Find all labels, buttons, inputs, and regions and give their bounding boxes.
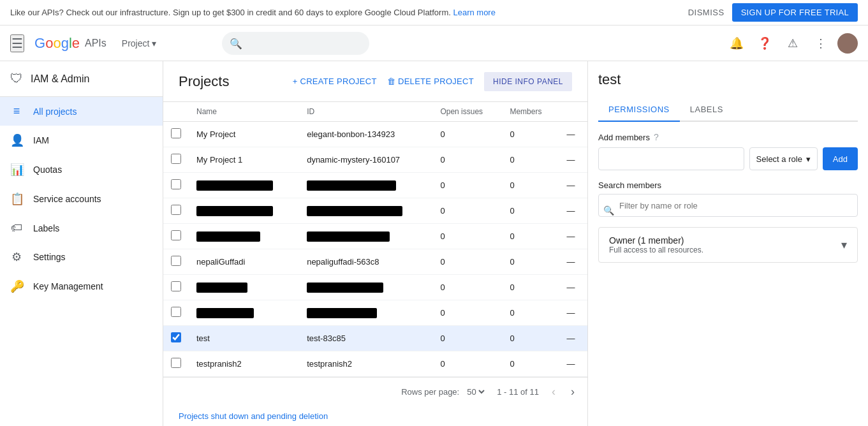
owner-section[interactable]: Owner (1 member) Full access to all reso… bbox=[598, 227, 858, 263]
table-row: test test-83c85 0 0 — bbox=[163, 326, 587, 351]
row-checkbox[interactable] bbox=[171, 332, 181, 342]
row-id bbox=[299, 198, 432, 224]
sidebar-item-labels[interactable]: 🏷 Labels bbox=[0, 214, 163, 242]
info-panel-title: test bbox=[598, 71, 858, 88]
select-role-button[interactable]: Select a role ▾ bbox=[749, 147, 818, 170]
projects-header: Projects + CREATE PROJECT 🗑 DELETE PROJE… bbox=[163, 61, 587, 102]
pagination: Rows per page: 50 25 10 1 - 11 of 11 ‹ › bbox=[163, 377, 587, 406]
col-name: Name bbox=[189, 102, 299, 122]
add-member-button[interactable]: Add bbox=[823, 147, 858, 170]
main-layout: 🛡 IAM & Admin ≡ All projects 👤 IAM 📊 Quo… bbox=[0, 61, 868, 426]
owner-info: Owner (1 member) Full access to all reso… bbox=[609, 235, 703, 254]
menu-button[interactable]: ☰ bbox=[10, 34, 24, 52]
search-members-container: 🔍 bbox=[598, 194, 858, 227]
select-role-label: Select a role bbox=[756, 154, 802, 164]
row-checkbox[interactable] bbox=[171, 154, 181, 164]
table-row: 0 0 — bbox=[163, 198, 587, 224]
sidebar-item-service-accounts[interactable]: 📋 Service accounts bbox=[0, 184, 163, 214]
prev-page-button[interactable]: ‹ bbox=[549, 383, 558, 401]
row-checkbox[interactable] bbox=[171, 128, 181, 138]
members-input[interactable] bbox=[598, 147, 744, 170]
col-checkbox bbox=[163, 102, 189, 122]
search-members-input[interactable] bbox=[598, 194, 858, 217]
create-project-button[interactable]: + CREATE PROJECT bbox=[293, 71, 377, 91]
logo: Google APIs bbox=[34, 35, 107, 52]
avatar[interactable] bbox=[837, 33, 858, 54]
row-name bbox=[189, 224, 299, 249]
tab-permissions[interactable]: PERMISSIONS bbox=[598, 98, 680, 122]
row-issues: 0 bbox=[432, 147, 502, 173]
table-row: testpranish2 testpranish2 0 0 — bbox=[163, 351, 587, 377]
notifications-icon[interactable]: 🔔 bbox=[725, 32, 748, 55]
row-checkbox[interactable] bbox=[171, 358, 181, 368]
sidebar-item-label: All projects bbox=[33, 106, 77, 117]
row-id bbox=[299, 300, 432, 326]
row-checkbox[interactable] bbox=[171, 205, 181, 215]
projects-title: Projects bbox=[179, 73, 283, 90]
row-extra: — bbox=[559, 351, 587, 377]
next-page-button[interactable]: › bbox=[568, 383, 577, 401]
row-members: 0 bbox=[502, 275, 559, 300]
iam-icon: 👤 bbox=[10, 133, 23, 147]
table-row: 0 0 — bbox=[163, 173, 587, 198]
sidebar-item-key-management[interactable]: 🔑 Key Management bbox=[0, 272, 163, 301]
row-members: 0 bbox=[502, 326, 559, 351]
alert-icon[interactable]: ⚠ bbox=[781, 32, 804, 55]
info-panel-tabs: PERMISSIONS LABELS bbox=[598, 98, 858, 122]
row-issues: 0 bbox=[432, 300, 502, 326]
col-members: Members bbox=[502, 102, 559, 122]
row-extra: — bbox=[559, 224, 587, 249]
tab-labels[interactable]: LABELS bbox=[680, 98, 733, 122]
delete-project-button[interactable]: 🗑 DELETE PROJECT bbox=[387, 71, 474, 91]
table-row: 0 0 — bbox=[163, 275, 587, 300]
row-name: nepaliGuffadi bbox=[189, 249, 299, 275]
dismiss-button[interactable]: DISMISS bbox=[688, 8, 725, 17]
top-banner: Like our APIs? Check out our infrastruct… bbox=[0, 0, 868, 26]
hide-info-panel-button[interactable]: HIDE INFO PANEL bbox=[484, 72, 572, 91]
sidebar-item-label: Labels bbox=[33, 223, 59, 233]
owner-expand-icon[interactable]: ▾ bbox=[841, 238, 847, 252]
projects-table: Name ID Open issues Members My Project e… bbox=[163, 102, 587, 377]
labels-icon: 🏷 bbox=[10, 221, 23, 235]
help-icon[interactable]: ❓ bbox=[753, 32, 776, 55]
row-checkbox[interactable] bbox=[171, 230, 181, 240]
sidebar-item-quotas[interactable]: 📊 Quotas bbox=[0, 155, 163, 184]
row-members: 0 bbox=[502, 351, 559, 377]
projects-footer: Projects shut down and pending deletion bbox=[163, 406, 587, 426]
row-extra: — bbox=[559, 173, 587, 198]
sidebar-item-iam[interactable]: 👤 IAM bbox=[0, 126, 163, 155]
row-members: 0 bbox=[502, 300, 559, 326]
row-checkbox[interactable] bbox=[171, 307, 181, 317]
learn-more-link[interactable]: Learn more bbox=[453, 8, 495, 17]
signup-button[interactable]: SIGN UP FOR FREE TRIAL bbox=[732, 3, 858, 22]
pending-deletion-link[interactable]: Projects shut down and pending deletion bbox=[179, 411, 328, 421]
search-container: 🔍 bbox=[222, 32, 605, 55]
sidebar-item-label: Key Management bbox=[33, 281, 103, 291]
row-extra: — bbox=[559, 326, 587, 351]
search-input[interactable] bbox=[222, 32, 369, 55]
owner-title: Owner (1 member) bbox=[609, 235, 703, 246]
row-id: dynamic-mystery-160107 bbox=[299, 147, 432, 173]
row-checkbox[interactable] bbox=[171, 256, 181, 266]
sidebar-item-label: Quotas bbox=[33, 165, 62, 175]
row-extra: — bbox=[559, 147, 587, 173]
row-name: My Project 1 bbox=[189, 147, 299, 173]
sidebar-item-settings[interactable]: ⚙ Settings bbox=[0, 242, 163, 272]
row-extra: — bbox=[559, 275, 587, 300]
rows-per-page-select[interactable]: 50 25 10 bbox=[464, 386, 487, 397]
sidebar-item-all-projects[interactable]: ≡ All projects bbox=[0, 97, 163, 126]
row-members: 0 bbox=[502, 224, 559, 249]
col-id: ID bbox=[299, 102, 432, 122]
help-icon[interactable]: ? bbox=[654, 132, 659, 142]
add-members-row: Select a role ▾ Add bbox=[598, 147, 858, 170]
row-checkbox[interactable] bbox=[171, 179, 181, 189]
quotas-icon: 📊 bbox=[10, 163, 23, 177]
table-row: 0 0 — bbox=[163, 224, 587, 249]
row-issues: 0 bbox=[432, 122, 502, 147]
project-selector[interactable]: Project ▾ bbox=[122, 38, 157, 48]
table-row: My Project 1 dynamic-mystery-160107 0 0 … bbox=[163, 147, 587, 173]
header-icons: 🔔 ❓ ⚠ ⋮ bbox=[725, 32, 858, 55]
add-members-label: Add members ? bbox=[598, 132, 858, 142]
row-checkbox[interactable] bbox=[171, 281, 181, 291]
more-options-icon[interactable]: ⋮ bbox=[809, 32, 832, 55]
